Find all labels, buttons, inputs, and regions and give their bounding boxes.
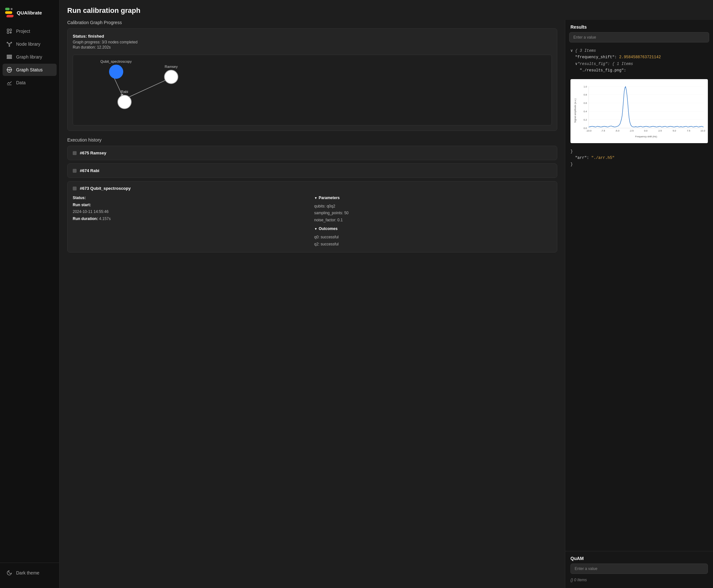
node-ramsey: Ramsey [164, 65, 178, 84]
svg-text:0.4: 0.4 [584, 110, 587, 113]
exec-673-run-duration-value: 4.157s [99, 216, 111, 221]
graph-status-icon [6, 67, 12, 73]
sidebar-nav: Project Node library [0, 25, 59, 560]
dark-theme-toggle[interactable]: Dark theme [3, 567, 57, 579]
svg-point-7 [9, 46, 10, 47]
logo-small-dot [11, 8, 13, 10]
svg-text:Frequency shift (Hz): Frequency shift (Hz) [635, 135, 657, 138]
node-rabi: Rabi [118, 90, 132, 109]
exec-673-q0-outcome: q0: successful [314, 235, 339, 239]
exec-673-icon [73, 187, 77, 190]
svg-rect-2 [7, 32, 9, 34]
sidebar-item-node-library[interactable]: Node library [3, 38, 57, 50]
svg-text:1.0: 1.0 [584, 85, 587, 88]
sidebar-item-graph-library[interactable]: Graph library [3, 51, 57, 63]
exec-673-status-label: Status: [73, 195, 86, 200]
exec-675-title: #675 Ramsey [80, 150, 106, 155]
svg-rect-13 [7, 58, 12, 59]
exec-item-675: #675 Ramsey [67, 146, 557, 160]
node-ramsey-label: Ramsey [165, 65, 177, 68]
sidebar-bottom: Dark theme [0, 563, 59, 583]
quam-section: QuAM Enter a value {} 0 Items [565, 551, 713, 588]
exec-item-674: #674 Rabi [67, 163, 557, 178]
svg-rect-12 [7, 57, 12, 57]
moon-icon [6, 570, 12, 576]
exec-item-675-header[interactable]: #675 Ramsey [73, 150, 552, 155]
svg-text:-7.5: -7.5 [601, 129, 605, 132]
params-chevron: ▼ [314, 195, 318, 201]
svg-text:Signal amplitude (a.u.): Signal amplitude (a.u.) [574, 98, 576, 123]
svg-rect-0 [7, 29, 9, 30]
exec-674-title: #674 Rabi [80, 168, 100, 173]
svg-text:2.5: 2.5 [658, 129, 662, 132]
svg-rect-11 [7, 55, 12, 56]
svg-point-14 [9, 69, 10, 71]
exec-item-673: #673 Qubit_spectroscopy Status: Run star… [67, 181, 557, 252]
svg-text:0.8: 0.8 [584, 93, 587, 96]
sidebar-item-data[interactable]: Data [3, 77, 57, 89]
graph-progress-card: Status: finished Graph progress: 3/3 nod… [67, 28, 557, 131]
svg-text:-2.5: -2.5 [629, 129, 633, 132]
exec-673-left: Status: Run start: 2024-10-11 14:55:46 R… [73, 195, 311, 248]
results-chart-container: Signal amplitude (a.u.) Frequency shift … [570, 79, 708, 143]
exec-673-run-start-value: 2024-10-11 14:55:46 [73, 209, 108, 214]
node-qubit-spectroscopy-circle [109, 65, 123, 79]
results-search-placeholder: Enter a value [573, 35, 596, 40]
logo-yellow-bar [5, 11, 12, 14]
results-search-input[interactable]: Enter a value [569, 32, 709, 42]
json-close-1: } [570, 149, 573, 154]
quam-search-placeholder: Enter a value [575, 566, 597, 571]
exec-673-details: Status: Run start: 2024-10-11 14:55:46 R… [73, 195, 552, 248]
exec-673-run-start-label: Run start: [73, 203, 91, 207]
exec-673-sampling: sampling_points: 50 [314, 211, 349, 215]
svg-point-15 [7, 69, 8, 70]
svg-line-9 [10, 43, 11, 43]
json-open-bracket: ∨ [570, 48, 575, 53]
quam-empty-label: {} 0 Items [570, 576, 708, 584]
arr-key: "arr": [575, 156, 589, 160]
results-header: Results [565, 20, 713, 32]
node-ramsey-circle [164, 70, 178, 84]
node-qubit-spectroscopy: Qubit_spectroscopy [100, 60, 132, 79]
exec-675-icon [73, 151, 77, 155]
svg-point-5 [7, 42, 8, 43]
exec-673-outcomes-header[interactable]: ▼ Outcomes [314, 226, 552, 233]
svg-text:0.6: 0.6 [584, 102, 587, 105]
graph-status-text: Status: finished [73, 34, 552, 39]
sidebar-item-graph-status[interactable]: Graph Status [3, 64, 57, 76]
graph-duration-text: Run duration: 12.202s [73, 45, 552, 49]
sidebar-item-node-library-label: Node library [16, 42, 40, 47]
exec-item-673-header[interactable]: #673 Qubit_spectroscopy [73, 186, 552, 191]
node-qubit-spectroscopy-label: Qubit_spectroscopy [100, 60, 132, 63]
logo-green-dot [5, 8, 9, 10]
svg-text:7.5: 7.5 [687, 129, 691, 132]
project-icon [6, 28, 12, 34]
exec-673-title: #673 Qubit_spectroscopy [80, 186, 131, 191]
svg-text:0.0: 0.0 [644, 129, 648, 132]
quam-header: QuAM [570, 556, 708, 561]
svg-line-19 [129, 79, 168, 97]
sidebar-item-project[interactable]: Project [3, 25, 57, 37]
dark-theme-label: Dark theme [16, 570, 39, 575]
exec-673-right: ▼ Parameters qubits: q0q2 sampling_point… [314, 195, 552, 248]
app-name: QUAlibrate [17, 10, 42, 16]
svg-rect-20 [573, 83, 705, 138]
results-fig-chevron: ∨ [575, 62, 577, 66]
exec-item-674-header[interactable]: #674 Rabi [73, 168, 552, 173]
logo-red-bar [6, 15, 14, 17]
logo-icon [5, 8, 14, 17]
graph-library-icon [6, 54, 12, 60]
node-rabi-label: Rabi [121, 90, 128, 93]
logo-area: QUAlibrate [0, 5, 59, 25]
svg-text:0.2: 0.2 [584, 118, 587, 121]
exec-673-params-header[interactable]: ▼ Parameters [314, 195, 552, 202]
freq-shift-key: "frequency_shift": [575, 55, 617, 60]
node-rabi-circle [118, 95, 132, 109]
frequency-chart: Signal amplitude (a.u.) Frequency shift … [573, 82, 705, 140]
left-panel: Calibration Graph Progress Status: finis… [60, 20, 565, 588]
results-fig-key: "results_fig": { 1 Items [578, 62, 633, 66]
svg-point-16 [11, 69, 12, 70]
sidebar-item-graph-status-label: Graph Status [16, 67, 43, 72]
quam-search-input[interactable]: Enter a value [570, 564, 708, 574]
graph-edges-svg [73, 55, 551, 125]
